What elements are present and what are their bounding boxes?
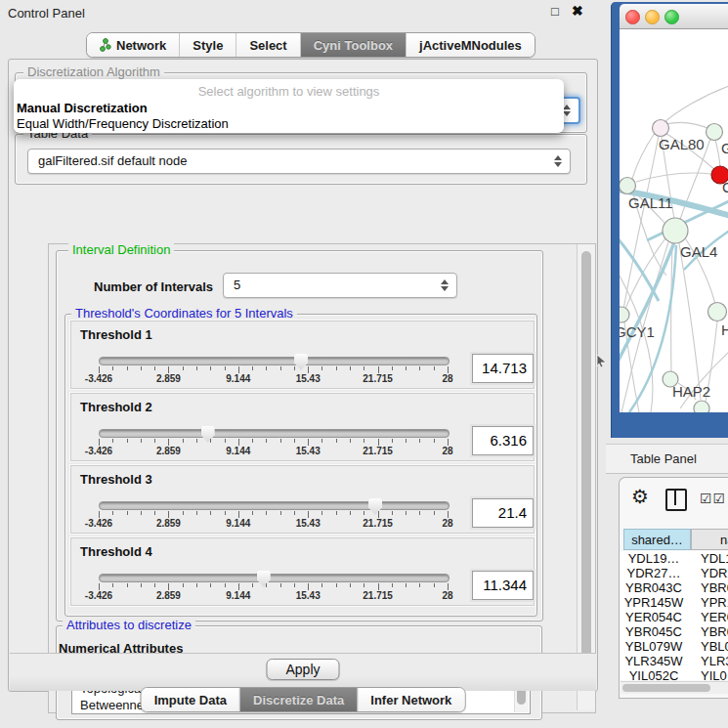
tab-label: Select bbox=[249, 38, 286, 53]
table-row[interactable]: YER054CYER0 bbox=[621, 610, 728, 624]
network-canvas[interactable]: GAL80 GA C GAL11 GAL4 GCY1 H HAP2 bbox=[620, 29, 728, 412]
cell-name: YDL1 bbox=[687, 551, 728, 566]
num-intervals-combobox[interactable]: 5 bbox=[223, 273, 457, 298]
scrollbar-thumb[interactable] bbox=[581, 251, 591, 689]
network-view-window[interactable]: GAL80 GA C GAL11 GAL4 GCY1 H HAP2 bbox=[611, 2, 728, 438]
column-header-shared-name[interactable]: shared… bbox=[623, 529, 691, 550]
stepper-arrows-icon bbox=[441, 279, 450, 291]
tab-style[interactable]: Style bbox=[180, 33, 236, 57]
node-table-rows[interactable]: YDL19…YDL1YDR27…YDR2YBR043CYBR0YPR145WYP… bbox=[621, 551, 728, 680]
checkbox-filter-icons[interactable]: ☑☑ bbox=[700, 491, 726, 506]
tick-mark bbox=[378, 366, 379, 373]
group-label: Threshold's Coordinates for 5 Intervals bbox=[71, 307, 297, 321]
tab-infer-network[interactable]: Infer Network bbox=[358, 688, 464, 711]
scrollbar-thumb[interactable] bbox=[622, 684, 710, 692]
cell-name: YDR2 bbox=[687, 566, 728, 580]
tick-mark bbox=[210, 366, 211, 370]
threshold-value-field[interactable]: 6.316 bbox=[472, 426, 534, 455]
tick-mark bbox=[127, 511, 128, 515]
tab-select[interactable]: Select bbox=[236, 33, 300, 57]
tick-label: 21.715 bbox=[363, 446, 393, 456]
node-gal11[interactable] bbox=[620, 178, 636, 194]
node-clipped-top-right[interactable] bbox=[707, 124, 723, 141]
tick-mark bbox=[252, 439, 253, 443]
tick-label: 21.715 bbox=[363, 373, 393, 384]
tick-mark bbox=[210, 511, 211, 515]
network-icon bbox=[100, 38, 111, 52]
node-h[interactable] bbox=[708, 303, 727, 321]
threshold-slider[interactable] bbox=[99, 501, 450, 510]
gear-icon[interactable]: ⚙ bbox=[631, 487, 649, 506]
table-row[interactable]: YIL052CYIL0 bbox=[621, 668, 728, 680]
float-window-icon[interactable]: □ bbox=[551, 4, 559, 19]
table-row[interactable]: YBR045CYBR0 bbox=[621, 624, 728, 639]
tick-mark bbox=[434, 366, 435, 370]
table-row[interactable]: YBR043CYBR0 bbox=[621, 580, 728, 595]
tick-mark bbox=[183, 511, 184, 515]
close-icon[interactable]: ✖ bbox=[572, 3, 583, 19]
node-gal4[interactable] bbox=[663, 218, 688, 243]
tab-discretize-data[interactable]: Discretize Data bbox=[240, 688, 358, 711]
tick-label: -3.426 bbox=[85, 590, 112, 601]
column-header-name[interactable]: na bbox=[691, 529, 728, 550]
tick-mark bbox=[434, 583, 435, 587]
table-row[interactable]: YLR345WYLR3 bbox=[621, 654, 728, 668]
close-traffic-light-icon[interactable] bbox=[625, 10, 640, 24]
dropdown-option-manual-discretization[interactable]: Manual Discretization bbox=[17, 101, 148, 115]
tab-label: Style bbox=[193, 38, 223, 53]
tick-mark bbox=[350, 583, 351, 587]
vertical-scrollbar[interactable] bbox=[577, 244, 595, 710]
node-clipped-bottom[interactable] bbox=[694, 401, 709, 412]
threshold-slider[interactable] bbox=[99, 429, 450, 438]
tick-mark bbox=[406, 366, 407, 370]
threshold-slider[interactable] bbox=[99, 574, 450, 582]
table-row[interactable]: YBL079WYBL0 bbox=[621, 639, 728, 654]
tick-mark bbox=[168, 366, 169, 373]
tick-mark bbox=[308, 439, 309, 446]
screen: Control Panel □ ✖ Network Style Select C… bbox=[0, 0, 728, 728]
table-row[interactable]: YPR145WYPR1 bbox=[621, 595, 728, 610]
table-data-combobox[interactable]: galFiltered.sif default node bbox=[27, 149, 571, 174]
tab-jactivemnodules[interactable]: jActiveMNodules bbox=[407, 33, 535, 57]
cell-name: YBR0 bbox=[687, 580, 728, 595]
tick-mark bbox=[266, 366, 267, 370]
tick-label: 28 bbox=[442, 373, 452, 384]
group-label: Interval Definition bbox=[68, 243, 174, 257]
tick-label: 9.144 bbox=[226, 590, 250, 601]
tab-network[interactable]: Network bbox=[87, 33, 180, 57]
combobox-value: 5 bbox=[234, 278, 240, 292]
tab-label: Infer Network bbox=[370, 693, 451, 707]
tick-mark bbox=[294, 511, 295, 515]
table-panel-title: Table Panel bbox=[630, 451, 697, 466]
cyni-bottom-tabs: Impute Data Discretize Data Infer Networ… bbox=[141, 687, 466, 712]
tick-mark bbox=[238, 439, 239, 446]
horizontal-scrollbar[interactable] bbox=[621, 681, 728, 694]
tick-mark bbox=[448, 511, 449, 518]
node-gal80[interactable] bbox=[653, 120, 669, 137]
tab-cyni-toolbox[interactable]: Cyni Toolbox bbox=[301, 33, 407, 57]
tick-mark bbox=[196, 439, 197, 443]
tick-mark bbox=[183, 366, 184, 370]
network-window-titlebar[interactable] bbox=[620, 4, 728, 29]
tick-mark bbox=[141, 439, 142, 443]
minimize-traffic-light-icon[interactable] bbox=[645, 10, 660, 24]
split-columns-icon[interactable] bbox=[665, 489, 687, 511]
zoom-traffic-light-icon[interactable] bbox=[664, 10, 679, 24]
node-gcy1[interactable] bbox=[620, 307, 629, 322]
tick-mark bbox=[112, 583, 113, 587]
table-row[interactable]: YDR27…YDR2 bbox=[621, 566, 728, 580]
tick-mark bbox=[321, 366, 322, 370]
threshold-value-field[interactable]: 21.4 bbox=[472, 498, 534, 528]
tick-label: -3.426 bbox=[85, 518, 112, 529]
apply-button[interactable]: Apply bbox=[266, 659, 339, 680]
threshold-value-field[interactable]: 11.344 bbox=[472, 571, 534, 600]
threshold-slider[interactable] bbox=[99, 357, 450, 365]
tick-label: 9.144 bbox=[226, 446, 250, 456]
tab-impute-data[interactable]: Impute Data bbox=[142, 688, 240, 711]
tick-mark bbox=[196, 583, 197, 587]
threshold-value-field[interactable]: 14.713 bbox=[472, 354, 534, 383]
table-row[interactable]: YDL19…YDL1 bbox=[621, 551, 728, 566]
slider-tick-labels: -3.4262.8599.14415.4321.71528 bbox=[99, 373, 448, 384]
tick-mark bbox=[308, 583, 309, 590]
dropdown-option-equal-width-frequency[interactable]: Equal Width/Frequency Discretization bbox=[17, 116, 229, 131]
